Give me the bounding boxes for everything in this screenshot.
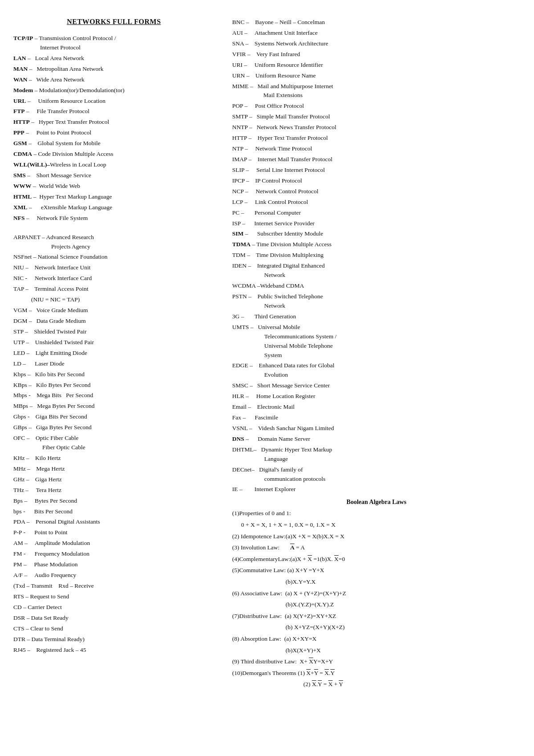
list-item: HTTP – Hyper Text Transfer Protocol <box>232 134 521 143</box>
list-item: HLR – Home Location Register <box>232 392 521 401</box>
list-item: (Txd – Transmit Rxd – Receive <box>13 581 214 591</box>
list-item: VGM – Voice Grade Medium <box>13 306 214 315</box>
list-item: NSFnet – National Science Foundation <box>13 252 214 262</box>
list-item: HTTP – Hyper Text Transfer Protocol <box>13 118 214 127</box>
list-item: Bps – Bytes Per Second <box>13 496 214 506</box>
list-item: MBps – Mega Bytes Per Second <box>13 402 214 411</box>
list-item: ARPANET – Advanced Research Projects Age… <box>13 233 214 252</box>
list-item: URL – Uniform Resource Location <box>13 97 214 106</box>
list-item: FM - Frequency Modulation <box>13 549 214 559</box>
bool-law-7b: (b) X+YZ=(X+Y)(X+Z) <box>232 622 521 632</box>
list-item: NIC - Network Interface Card <box>13 274 214 283</box>
list-item: KBps – Kilo Bytes Per Second <box>13 381 214 390</box>
list-item: Mbps - Mega Bits Per Second <box>13 391 214 400</box>
left-column: NETWORKS FULL FORMS TCP/IP – Transmissio… <box>13 18 223 691</box>
list-item: MHz – Mega Hertz <box>13 464 214 474</box>
right-entries: BNC – Bayone – Neill – Concelman AUI – A… <box>232 18 521 494</box>
bool-law-8: (8) Absorption Law: (a) X+XY=X <box>232 634 521 644</box>
page-title: NETWORKS FULL FORMS <box>13 18 214 26</box>
main-entries: TCP/IP – Transmission Control Protocol /… <box>13 34 214 223</box>
list-item: SMSC – Short Message Service Center <box>232 381 521 390</box>
bool-law-4: (4)ComplementaryLaw:(a)X + X =1(b)X. X=0 <box>232 554 521 564</box>
list-item: SIM – Subscriber Identity Module <box>232 229 521 239</box>
list-item: TCP/IP – Transmission Control Protocol /… <box>13 34 214 53</box>
list-item: URN – Uniform Resource Name <box>232 71 521 81</box>
list-item: DHTML– Dynamic Hyper Text Markup Languag… <box>232 445 521 464</box>
list-item: IDEN – Integrated Digital Enhanced Netwo… <box>232 261 521 280</box>
list-item: WLL(WiLL)–Wireless in Local Loop <box>13 160 214 170</box>
list-item: SNA – Systems Network Architecture <box>232 39 521 49</box>
bool-law-10b: (2) X.Y = X + Y <box>232 679 521 689</box>
list-item: LCP – Link Control Protocol <box>232 198 521 207</box>
list-item: TDMA – Time Division Multiple Access <box>232 240 521 249</box>
list-item: RJ45 – Registered Jack – 45 <box>13 646 214 655</box>
secondary-entries: ARPANET – Advanced Research Projects Age… <box>13 233 214 655</box>
bool-law-3: (3) Involution Law: A = A <box>232 543 521 553</box>
list-item: NNTP – Network News Transfer Protocol <box>232 123 521 132</box>
list-item: RTS – Request to Send <box>13 592 214 602</box>
list-item: XML – eXtensible Markup Language <box>13 203 214 212</box>
list-item: A/F – Audio Frequency <box>13 571 214 580</box>
list-item: (NIU = NIC = TAP) <box>13 295 214 305</box>
bool-law-1a: 0 + X = X, 1 + X = 1, 0.X = 0, 1.X = X <box>232 520 521 530</box>
list-item: SLIP – Serial Line Internet Protocol <box>232 166 521 175</box>
list-item: NFS – Network File System <box>13 214 214 223</box>
list-item: LD – Laser Diode <box>13 359 214 369</box>
list-item: PPP – Point to Point Protocol <box>13 128 214 138</box>
bool-law-7: (7)Distributive Law: (a) X(Y+Z)=XY+XZ <box>232 611 521 621</box>
list-item: OFC – Optic Fiber Cable Fiber Optic Cabl… <box>13 434 214 452</box>
bool-law-2: (2) Idempotence Law:(a)X +X = X(b)X.X = … <box>232 532 521 541</box>
bool-law-9: (9) Third distributive Law: X+ XY=X+Y <box>232 657 521 667</box>
list-item: EDGE – Enhanced Data rates for Global Ev… <box>232 361 521 380</box>
list-item: GSM – Global System for Mobile <box>13 139 214 148</box>
bool-law-8b: (b)X(X+Y)+X <box>232 646 521 655</box>
list-item: GHz – Giga Hertz <box>13 475 214 484</box>
page: NETWORKS FULL FORMS TCP/IP – Transmissio… <box>13 18 521 691</box>
list-item: WCDMA –Wideband CDMA <box>232 281 521 291</box>
list-item: VSNL – Videsh Sanchar Nigam Limited <box>232 424 521 433</box>
list-item: CTS – Clear to Send <box>13 624 214 634</box>
list-item: MAN – Metropolitan Area Network <box>13 65 214 74</box>
list-item: NCP – Network Control Protocol <box>232 187 521 196</box>
right-column: BNC – Bayone – Neill – Concelman AUI – A… <box>223 18 521 691</box>
list-item: Email – Electronic Mail <box>232 402 521 412</box>
list-item: bps - Bits Per Second <box>13 507 214 516</box>
list-item: DGM – Data Grade Medium <box>13 317 214 326</box>
list-item: POP – Post Office Protocol <box>232 102 521 111</box>
list-item: PM – Phase Modulation <box>13 560 214 569</box>
list-item: PC – Personal Computer <box>232 208 521 218</box>
list-item: CD – Carrier Detect <box>13 603 214 612</box>
list-item: Kbps – Kilo bits Per Second <box>13 370 214 379</box>
list-item: PDA – Personal Digital Assistants <box>13 517 214 527</box>
list-item: P-P - Point to Point <box>13 528 214 537</box>
list-item: SMS – Short Message Service <box>13 171 214 180</box>
list-item: MIME – Mail and Multipurpose Internet Ma… <box>232 82 521 101</box>
list-item: LED – Light Emitting Diode <box>13 349 214 358</box>
list-item: ISP – Internet Service Provider <box>232 219 521 228</box>
list-item: GBps – Giga Bytes Per Second <box>13 423 214 432</box>
list-item: KHz – Kilo Hertz <box>13 454 214 463</box>
list-item: AUI – Attachment Unit Interface <box>232 28 521 38</box>
list-item: SMTP – Simple Mail Transfer Protocol <box>232 112 521 122</box>
list-item: CDMA – Code Division Multiple Access <box>13 150 214 159</box>
list-item: Fax – Fascimile <box>232 413 521 423</box>
list-item: WWW – World Wide Web <box>13 182 214 191</box>
list-item: DSR – Data Set Ready <box>13 614 214 623</box>
bool-law-5: (5)Commutative Law: (a) X+Y =Y+X <box>232 565 521 575</box>
list-item: IMAP – Internet Mail Transfer Protocol <box>232 155 521 164</box>
list-item: IE – Internet Explorer <box>232 485 521 494</box>
bool-law-5b: (b)X.Y=Y.X <box>232 577 521 587</box>
boolean-algebra-section: Boolean Algebra Laws (1)Properties of 0 … <box>232 499 521 689</box>
bool-law-6: (6) Associative Law: (a) X + (Y+Z)=(X+Y)… <box>232 589 521 598</box>
list-item: 3G – Third Generation <box>232 312 521 321</box>
list-item: Gbps - Giga Bits Per Second <box>13 412 214 422</box>
list-item: HTML – Hyper Text Markup Language <box>13 192 214 202</box>
list-item: VFIR – Very Fast Infrared <box>232 50 521 59</box>
list-item: PSTN – Public Switched Telephone Network <box>232 292 521 311</box>
list-item: DNS – Domain Name Server <box>232 435 521 444</box>
bool-law-6b: (b)X.(Y.Z)=(X.Y).Z <box>232 600 521 610</box>
list-item: TDM – Time Division Multiplexing <box>232 251 521 260</box>
list-item: URI – Uniform Resource Identifier <box>232 61 521 70</box>
list-item: LAN – Local Area Network <box>13 54 214 63</box>
bool-law-10: (10)Demorgan's Theorems (1) X+Y = X.Y <box>232 668 521 678</box>
